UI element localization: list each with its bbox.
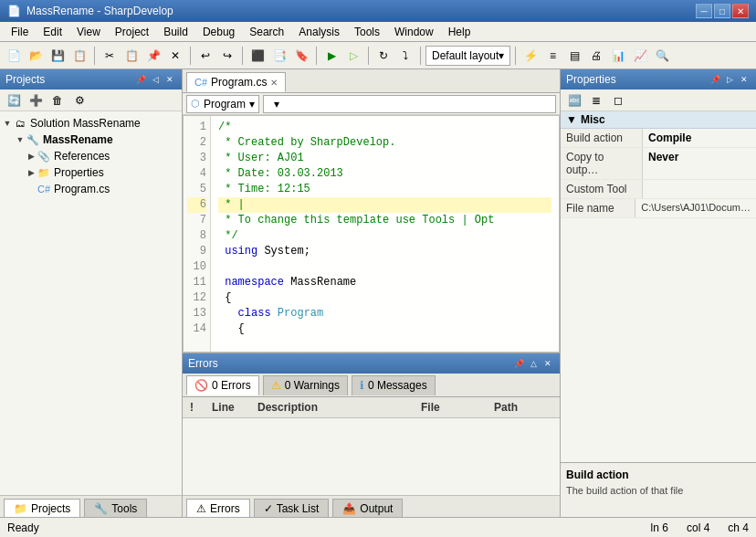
- props-close-icon[interactable]: ✕: [738, 73, 751, 86]
- props-b3[interactable]: ◻: [608, 90, 628, 111]
- toolbar-new[interactable]: 📄: [4, 46, 24, 66]
- class-dropdown[interactable]: ⬡ Program ▾: [186, 95, 259, 113]
- menu-build[interactable]: Build: [156, 24, 195, 40]
- props-sort-alpha[interactable]: 🔤: [564, 90, 584, 111]
- errors-bot-icon: ⚠: [196, 502, 206, 515]
- errors-tab-errors[interactable]: 🚫 0 Errors: [186, 375, 259, 395]
- errors-bottom-tab[interactable]: ⚠ Errors: [186, 499, 250, 517]
- output-tab[interactable]: 📤 Output: [332, 499, 403, 517]
- proj-tb-refresh[interactable]: 🔄: [4, 90, 24, 111]
- proj-tb-remove[interactable]: 🗑: [47, 90, 68, 111]
- errors-tab-messages[interactable]: ℹ 0 Messages: [352, 375, 436, 395]
- prop-val-build-action[interactable]: Compile: [643, 129, 756, 147]
- panel-pin-icon[interactable]: 📌: [134, 73, 147, 86]
- menu-search[interactable]: Search: [242, 24, 291, 40]
- toolbar-save2[interactable]: 📋: [69, 46, 89, 66]
- properties-title-label: Properties: [566, 73, 616, 86]
- layout-dropdown[interactable]: Default layout ▾: [425, 46, 510, 66]
- horizontal-scrollbar[interactable]: [184, 352, 559, 353]
- tools-tab[interactable]: 🔧 Tools: [84, 499, 147, 517]
- props-pin-icon[interactable]: 📌: [709, 73, 721, 86]
- tree-references[interactable]: ▶ 📎 References: [0, 148, 182, 164]
- toolbar-cut[interactable]: ✂: [100, 46, 120, 66]
- references-expander[interactable]: ▶: [26, 152, 37, 161]
- tree-solution[interactable]: ▼ 🗂 Solution MassRename: [0, 115, 182, 132]
- toolbar-b3[interactable]: 🔖: [291, 46, 311, 66]
- toolbar-step[interactable]: ↻: [373, 46, 394, 66]
- tree-program-cs[interactable]: C# Program.cs: [0, 181, 182, 197]
- menu-edit[interactable]: Edit: [36, 24, 69, 40]
- toolbar-undo[interactable]: ↩: [195, 46, 215, 66]
- toolbar-b2[interactable]: 📑: [269, 46, 289, 66]
- panel-close-icon[interactable]: ✕: [163, 73, 176, 86]
- props-toolbar: 🔤 ≣ ◻: [561, 90, 756, 111]
- projects-label: Projects: [5, 73, 45, 86]
- references-label: References: [54, 150, 110, 163]
- prop-val-copy-output[interactable]: Never: [643, 148, 756, 179]
- toolbar-search[interactable]: 🔍: [652, 46, 672, 66]
- toolbar-t6[interactable]: 📈: [630, 46, 650, 66]
- project-expander[interactable]: ▼: [15, 135, 26, 144]
- props-arrow-icon[interactable]: ▷: [723, 73, 736, 86]
- close-button[interactable]: ✕: [732, 4, 749, 18]
- errors-close-icon[interactable]: ✕: [541, 357, 554, 370]
- code-line-7: * To change this template use Tools | Op…: [218, 213, 551, 228]
- minimize-button[interactable]: ─: [696, 4, 712, 18]
- toolbar-t1[interactable]: ⚡: [520, 46, 541, 66]
- tree-project[interactable]: ▼ 🔧 MassRename: [0, 132, 182, 148]
- toolbar-b1[interactable]: ⬛: [247, 46, 268, 66]
- project-tree: ▼ 🗂 Solution MassRename ▼ 🔧 MassRename ▶…: [0, 111, 182, 495]
- references-icon: 📎: [37, 149, 51, 163]
- errors-table-header: ! Line Description File Path: [183, 397, 560, 418]
- toolbar-run[interactable]: ▶: [321, 46, 341, 66]
- maximize-button[interactable]: □: [714, 4, 730, 18]
- toolbar-paste[interactable]: 📌: [143, 46, 163, 66]
- toolbar-copy[interactable]: 📋: [121, 46, 142, 66]
- prop-val-custom-tool[interactable]: [643, 180, 756, 198]
- prop-row-copy-to-output: Copy to outp… Never: [561, 148, 756, 180]
- menu-analysis[interactable]: Analysis: [291, 24, 347, 40]
- toolbar-run2[interactable]: ▷: [343, 46, 363, 66]
- method-dropdown[interactable]: ▾: [263, 95, 556, 113]
- status-text: Ready: [7, 521, 39, 534]
- errors-bot-label: Errors: [210, 502, 240, 515]
- menu-view[interactable]: View: [69, 24, 108, 40]
- code-container[interactable]: 1 2 3 4 5 6 7 8 9 10 11 12 13 14: [183, 115, 560, 353]
- tree-properties[interactable]: ▶ 📁 Properties: [0, 164, 182, 181]
- props-sort-cat[interactable]: ≣: [586, 90, 606, 111]
- toolbar-t3[interactable]: ▤: [564, 46, 584, 66]
- properties-expander[interactable]: ▶: [26, 168, 37, 177]
- toolbar-t4[interactable]: 🖨: [586, 46, 606, 66]
- tab-close-icon[interactable]: ✕: [270, 78, 278, 88]
- toolbar-open[interactable]: 📂: [26, 46, 46, 66]
- toolbar-t5[interactable]: 📊: [608, 46, 628, 66]
- tasklist-tab[interactable]: ✓ Task List: [254, 499, 330, 517]
- prop-section-arrow: ▼: [566, 113, 577, 126]
- projects-tab[interactable]: 📁 Projects: [4, 499, 80, 517]
- proj-tb-settings[interactable]: ⚙: [69, 90, 89, 111]
- toolbar-sep5: [368, 47, 369, 65]
- errors-pin-icon[interactable]: 📌: [512, 357, 525, 370]
- errors-arrow-icon[interactable]: △: [527, 357, 540, 370]
- toolbar-delete[interactable]: ✕: [165, 46, 185, 66]
- status-line: ln 6: [651, 521, 668, 534]
- toolbar-redo[interactable]: ↪: [217, 46, 237, 66]
- menu-project[interactable]: Project: [108, 24, 156, 40]
- proj-tb-add[interactable]: ➕: [26, 90, 46, 111]
- errors-tabs: 🚫 0 Errors ⚠ 0 Warnings ℹ 0 Messages: [183, 374, 560, 397]
- errors-tab-warnings[interactable]: ⚠ 0 Warnings: [263, 375, 348, 395]
- solution-expander[interactable]: ▼: [2, 119, 13, 128]
- toolbar-save[interactable]: 💾: [47, 46, 68, 66]
- editor-tab-program-cs[interactable]: C# Program.cs ✕: [186, 72, 286, 92]
- menu-file[interactable]: File: [4, 24, 36, 40]
- menu-tools[interactable]: Tools: [347, 24, 387, 40]
- projects-toolbar: 🔄 ➕ 🗑 ⚙: [0, 90, 182, 111]
- menu-window[interactable]: Window: [387, 24, 441, 40]
- panel-arrow-icon[interactable]: ◁: [149, 73, 162, 86]
- toolbar-step2[interactable]: ⤵: [395, 46, 415, 66]
- tasklist-label: Task List: [277, 502, 320, 515]
- menu-help[interactable]: Help: [441, 24, 478, 40]
- menu-debug[interactable]: Debug: [195, 24, 242, 40]
- toolbar-t2[interactable]: ≡: [542, 46, 562, 66]
- warnings-count-label: 0 Warnings: [285, 379, 340, 392]
